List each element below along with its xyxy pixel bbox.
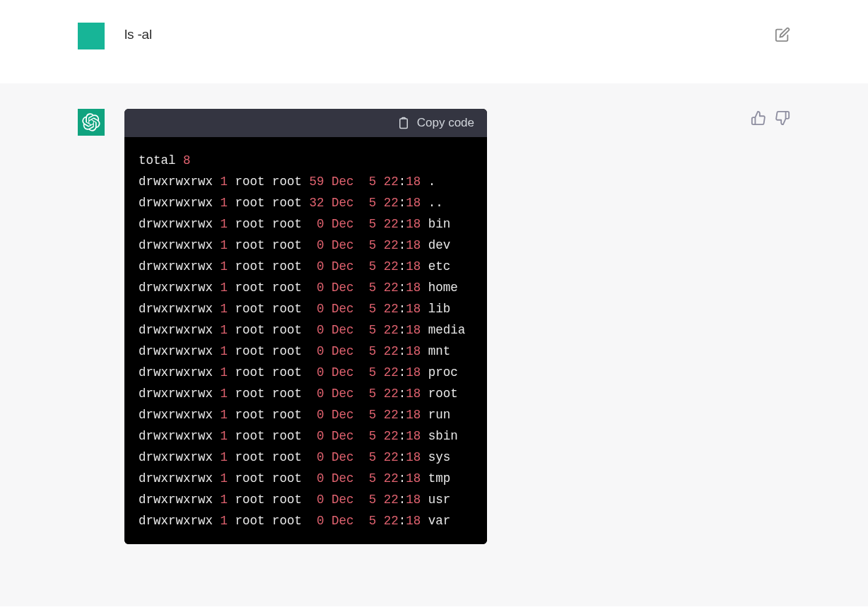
user-message-text: ls -al	[124, 23, 755, 42]
code-block-header: Copy code	[124, 109, 487, 137]
thumbs-up-icon[interactable]	[751, 110, 766, 126]
user-message-row: ls -al	[0, 0, 868, 83]
user-avatar	[78, 23, 105, 49]
assistant-actions	[751, 109, 790, 126]
assistant-avatar	[78, 109, 105, 136]
copy-code-button[interactable]: Copy code	[397, 116, 474, 130]
openai-logo-icon	[82, 113, 100, 131]
edit-icon[interactable]	[775, 27, 790, 42]
thumbs-down-icon[interactable]	[775, 110, 790, 126]
assistant-content: Copy code total 8 drwxrwxrwx 1 root root…	[124, 109, 731, 544]
clipboard-icon	[397, 116, 410, 130]
code-output: total 8 drwxrwxrwx 1 root root 59 Dec 5 …	[124, 137, 487, 544]
svg-rect-0	[399, 119, 407, 129]
copy-code-label: Copy code	[417, 116, 474, 130]
user-actions	[775, 23, 790, 45]
code-block: Copy code total 8 drwxrwxrwx 1 root root…	[124, 109, 487, 544]
assistant-message-row: Copy code total 8 drwxrwxrwx 1 root root…	[0, 83, 868, 606]
